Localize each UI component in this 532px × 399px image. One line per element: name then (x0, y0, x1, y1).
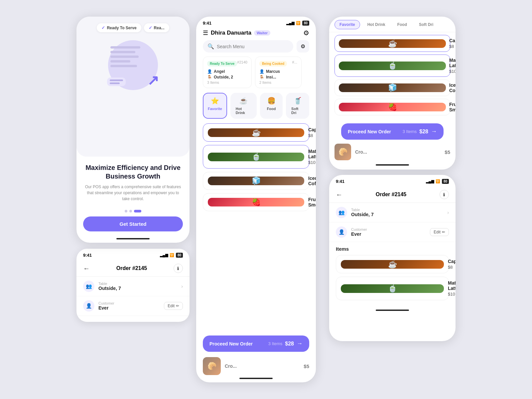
table-value-detail: Outside, 7 (351, 212, 443, 217)
back-button-sm[interactable]: ← (83, 265, 90, 272)
proceed-right: 3 Items $28 → (268, 340, 303, 347)
edit-icon-detail: ✏ (442, 230, 445, 234)
home-bar-pos (239, 378, 273, 379)
items-title: Items (336, 246, 449, 252)
iced-photo: 🧊 (208, 177, 304, 185)
status-bar-pos: 9:41 ▂▄▆ 🛜 80 (196, 17, 316, 28)
order-customer-0: Angel (214, 69, 225, 74)
menu-item-smoothie[interactable]: 🍓 Fruit Smoothies $7 (203, 193, 309, 211)
cart-item-iced[interactable]: 🧊 Iced Coffee $8 (334, 79, 450, 96)
order-header-sm: ← Order #2145 ℹ (76, 260, 190, 277)
cart-partial-photo: 🥐 (334, 144, 351, 160)
partial-info: Cro... (225, 363, 300, 369)
home-bar-cart (376, 164, 409, 166)
customer-section-detail: 👤 Customer Ever Edit ✏ (329, 222, 456, 242)
cart-item-smoothie[interactable]: 🍓 Fruit Smoothies $7 (334, 99, 450, 115)
menu-item-cappuccino[interactable]: ☕ Cappuccino $8 − 1 + (203, 123, 309, 142)
cart-cappuccino-info: Cappuccino $8 (449, 38, 456, 49)
category-tabs: ⭐ Favorite ☕ Hot Drink 🍔 Food 🥤 Soft Dri (196, 93, 316, 123)
search-input-wrap[interactable]: 🔍 (203, 40, 293, 53)
line4 (110, 60, 130, 63)
person-icon-0: 👤 (207, 69, 212, 74)
menu-item-matcha[interactable]: 🍵 Matcha Latte $10 − 2 + (203, 145, 309, 169)
order-detail-small-phone: 9:41 ▂▄▆ 🛜 80 ← Order #2145 ℹ 👥 Table Ou… (76, 249, 190, 322)
cart-partial-name: Cro... (355, 149, 441, 155)
cappuccino-photo: ☕ (208, 128, 304, 137)
badge-ready2: ✓ Rea... (144, 23, 169, 32)
customer-icon-detail: 👤 (336, 226, 347, 238)
proceed-bar[interactable]: Proceed New Order 3 Items $28 → (203, 335, 309, 352)
cat-tab-favorite[interactable]: ⭐ Favorite (203, 93, 227, 119)
customer-icon-sm: 👤 (83, 300, 94, 312)
cart-proceed-bar[interactable]: Proceed New Order 3 Items $28 → (341, 123, 444, 140)
cart-cappuccino-name: Cappuccino (449, 38, 456, 43)
check-icon-2: ✓ (149, 25, 152, 30)
get-started-button[interactable]: Get Started (83, 216, 183, 231)
status-icons-pos: ▂▄▆ 🛜 80 (286, 21, 309, 26)
wifi-icon-sm: 🛜 (170, 253, 174, 257)
order-count-0: 3 Items (207, 80, 247, 84)
matcha-info: Matcha Latte $10 (308, 149, 316, 165)
order-num-0: #2140 (237, 60, 247, 64)
smoothie-info: Fruit Smoothies (308, 197, 316, 207)
table-value-sm: Outside, 7 (98, 286, 177, 291)
role-badge: Waiter (254, 30, 270, 36)
cart-proceed-arrow-icon: → (431, 128, 437, 135)
badge-ready: ✓ Ready To Serve (97, 23, 141, 32)
back-button-detail[interactable]: ← (336, 191, 342, 199)
line2 (110, 51, 135, 53)
customer-content-sm: Customer Ever (98, 301, 164, 311)
info-button-sm[interactable]: ℹ (174, 264, 183, 273)
wifi-icon-detail: 🛜 (436, 179, 440, 184)
edit-button-sm[interactable]: Edit ✏ (164, 302, 183, 310)
customer-section-sm: 👤 Customer Ever Edit ✏ (76, 296, 190, 316)
cat-label-softdrink: Soft Dri (291, 107, 304, 115)
wifi-icon-pos: 🛜 (296, 21, 301, 25)
cat-tab-hotdrink[interactable]: ☕ Hot Drink (230, 93, 257, 119)
illus-lines (110, 46, 140, 67)
battery-detail: 80 (442, 179, 449, 184)
cart-item-matcha[interactable]: 🍵 Matcha Latte $10 − 2 + (334, 55, 450, 77)
cat-tab-food[interactable]: 🍔 Food (260, 93, 283, 119)
detail-item-matcha: 🍵 Matcha Latte $10 − 2 + (336, 277, 449, 300)
cart-phone: Favorite Hot Drink Food Soft Dri ☕ Cappu… (329, 17, 456, 170)
cappuccino-info: Cappuccino $8 (308, 127, 316, 138)
order-num-1: #... (292, 60, 297, 64)
partial-photo: 🥐 (203, 357, 221, 375)
search-input[interactable] (217, 44, 289, 49)
menu-item-iced-coffee[interactable]: 🧊 Iced Coffee $8 (203, 172, 309, 190)
dot-active (134, 210, 141, 212)
drink-icon: 🥤 (294, 97, 302, 105)
dot-1 (125, 210, 127, 212)
cart-tab-food[interactable]: Food (393, 20, 412, 29)
cart-smoothie-photo: 🍓 (339, 103, 446, 111)
signal-icon-pos: ▂▄▆ (286, 21, 294, 25)
table-icon-sm: 👥 (83, 281, 94, 292)
line5 (110, 65, 137, 67)
table-label-detail: Table (351, 208, 443, 212)
orders-strip: Ready To Serve #2140 👤 Angel 🪑 Outside, … (196, 57, 316, 93)
cart-smoothie-info: Fruit Smoothies (449, 102, 456, 112)
filter-button[interactable]: ⚙ (297, 40, 309, 53)
home-bar-detail (376, 310, 409, 311)
order-card-1[interactable]: Being Cooked #... 👤 Marcus 🪑 Insi... 2 I… (255, 57, 302, 88)
order-card-0[interactable]: Ready To Serve #2140 👤 Angel 🪑 Outside, … (203, 57, 252, 88)
cart-matcha-price: $10 (449, 69, 456, 74)
user-name: Dhira Danuarta (211, 30, 251, 36)
settings-icon[interactable]: ⚙ (303, 29, 309, 37)
cart-item-cappuccino[interactable]: ☕ Cappuccino $8 − 1 + (334, 35, 450, 52)
detail-cappuccino-name: Cappuccino (448, 259, 456, 264)
cart-tab-hotdrink[interactable]: Hot Drink (363, 20, 390, 29)
cart-iced-info: Iced Coffee (449, 82, 456, 93)
table-section-detail: 👥 Table Outside, 7 › (329, 203, 456, 222)
order-table-0: Outside, 2 (214, 75, 233, 79)
cart-tab-softdrink[interactable]: Soft Dri (414, 20, 438, 29)
cart-partial-price: $5 (445, 149, 450, 155)
cat-tab-softdrink[interactable]: 🥤 Soft Dri (286, 93, 309, 119)
iced-name: Iced Coffee (308, 176, 316, 186)
info-button-detail[interactable]: ℹ (440, 190, 449, 199)
cart-tab-favorite[interactable]: Favorite (334, 20, 360, 29)
smoothie-photo: 🍓 (208, 198, 304, 206)
edit-button-detail[interactable]: Edit ✏ (430, 228, 449, 236)
hamburger-icon[interactable]: ☰ (203, 29, 208, 37)
